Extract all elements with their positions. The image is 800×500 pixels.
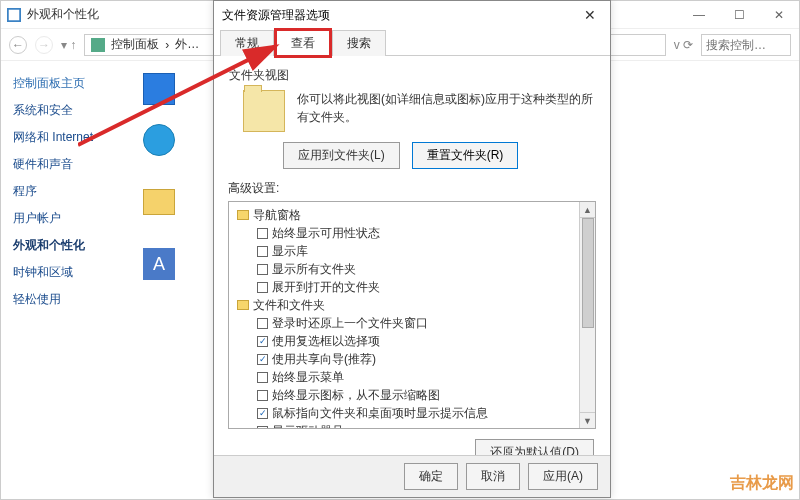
checkbox[interactable] — [257, 390, 268, 401]
sidebar-item[interactable]: 系统和安全 — [13, 102, 119, 119]
up-button[interactable]: ▾ ↑ — [61, 38, 76, 52]
tree-item-label: 始终显示菜单 — [272, 369, 344, 386]
tree-item-label: 显示驱动器号 — [272, 423, 344, 429]
category-icon-folder — [143, 189, 175, 215]
scrollbar[interactable]: ▲ ▼ — [579, 202, 595, 428]
sidebar-item[interactable]: 外观和个性化 — [13, 237, 119, 254]
ok-button[interactable]: 确定 — [404, 463, 458, 490]
checkbox[interactable]: ✓ — [257, 354, 268, 365]
checkbox[interactable] — [257, 264, 268, 275]
dialog-content: 文件夹视图 你可以将此视图(如详细信息或图标)应用于这种类型的所有文件夹。 应用… — [214, 56, 610, 466]
tree-checkbox-item[interactable]: 登录时还原上一个文件夹窗口 — [231, 314, 577, 332]
cancel-button[interactable]: 取消 — [466, 463, 520, 490]
apply-button[interactable]: 应用(A) — [528, 463, 598, 490]
folder-icon — [237, 210, 249, 220]
forward-button[interactable]: → — [35, 36, 53, 54]
svg-rect-2 — [91, 38, 105, 52]
checkbox[interactable] — [257, 282, 268, 293]
advanced-settings-box: 导航窗格始终显示可用性状态显示库显示所有文件夹展开到打开的文件夹文件和文件夹登录… — [228, 201, 596, 429]
tree-item-label: 登录时还原上一个文件夹窗口 — [272, 315, 428, 332]
reset-folders-button[interactable]: 重置文件夹(R) — [412, 142, 519, 169]
dialog-title: 文件资源管理器选项 — [222, 7, 578, 24]
checkbox[interactable]: ✓ — [257, 426, 268, 429]
dialog-titlebar: 文件资源管理器选项 ✕ — [214, 1, 610, 29]
window-icon — [7, 8, 21, 22]
close-button[interactable]: ✕ — [765, 8, 793, 22]
folder-views-group: 文件夹视图 你可以将此视图(如详细信息或图标)应用于这种类型的所有文件夹。 应用… — [228, 66, 596, 170]
maximize-button[interactable]: ☐ — [725, 8, 753, 22]
apply-to-folders-button[interactable]: 应用到文件夹(L) — [283, 142, 400, 169]
sidebar-item[interactable]: 网络和 Internet — [13, 129, 119, 146]
window-buttons: — ☐ ✕ — [685, 8, 793, 22]
tree-item-label: 鼠标指向文件夹和桌面项时显示提示信息 — [272, 405, 488, 422]
advanced-settings-label: 高级设置: — [228, 180, 596, 197]
tree-checkbox-item[interactable]: 始终显示图标，从不显示缩略图 — [231, 386, 577, 404]
sidebar-item[interactable]: 程序 — [13, 183, 119, 200]
checkbox[interactable]: ✓ — [257, 336, 268, 347]
minimize-button[interactable]: — — [685, 8, 713, 22]
sidebar-heading: 控制面板主页 — [13, 75, 119, 92]
tree-item-label: 显示库 — [272, 243, 308, 260]
advanced-settings-tree[interactable]: 导航窗格始终显示可用性状态显示库显示所有文件夹展开到打开的文件夹文件和文件夹登录… — [229, 202, 579, 428]
folder-options-dialog: 文件资源管理器选项 ✕ 常规 查看 搜索 文件夹视图 你可以将此视图(如详细信息… — [213, 0, 611, 498]
tree-checkbox-item[interactable]: ✓显示驱动器号 — [231, 422, 577, 428]
tree-item-label: 始终显示可用性状态 — [272, 225, 380, 242]
tree-item-label: 始终显示图标，从不显示缩略图 — [272, 387, 440, 404]
folder-views-desc: 你可以将此视图(如详细信息或图标)应用于这种类型的所有文件夹。 — [297, 90, 595, 126]
back-button[interactable]: ← — [9, 36, 27, 54]
tab-search[interactable]: 搜索 — [332, 30, 386, 56]
sidebar: 控制面板主页 系统和安全网络和 Internet硬件和声音程序用户帐户外观和个性… — [1, 61, 131, 499]
checkbox[interactable]: ✓ — [257, 408, 268, 419]
tabstrip: 常规 查看 搜索 — [214, 29, 610, 56]
checkbox[interactable] — [257, 318, 268, 329]
folder-icon — [237, 300, 249, 310]
category-icon-fonts: A — [143, 248, 175, 280]
breadcrumb-root: 控制面板 — [111, 36, 159, 53]
tree-checkbox-item[interactable]: 始终显示可用性状态 — [231, 224, 577, 242]
dialog-footer: 确定 取消 应用(A) — [214, 455, 610, 497]
tree-checkbox-item[interactable]: 始终显示菜单 — [231, 368, 577, 386]
sidebar-item[interactable]: 用户帐户 — [13, 210, 119, 227]
checkbox[interactable] — [257, 228, 268, 239]
tree-checkbox-item[interactable]: ✓使用共享向导(推荐) — [231, 350, 577, 368]
svg-rect-1 — [9, 9, 20, 20]
tree-folder[interactable]: 导航窗格 — [231, 206, 577, 224]
control-panel-icon — [91, 38, 105, 52]
sidebar-item[interactable]: 硬件和声音 — [13, 156, 119, 173]
tree-item-label: 使用复选框以选择项 — [272, 333, 380, 350]
scroll-up-button[interactable]: ▲ — [580, 202, 595, 218]
tree-folder[interactable]: 文件和文件夹 — [231, 296, 577, 314]
sidebar-item[interactable]: 时钟和区域 — [13, 264, 119, 281]
sidebar-item[interactable]: 轻松使用 — [13, 291, 119, 308]
search-input[interactable] — [701, 34, 791, 56]
tree-item-label: 文件和文件夹 — [253, 297, 325, 314]
category-icon-ease — [143, 124, 175, 156]
tree-checkbox-item[interactable]: 显示所有文件夹 — [231, 260, 577, 278]
tree-checkbox-item[interactable]: 展开到打开的文件夹 — [231, 278, 577, 296]
tree-checkbox-item[interactable]: ✓使用复选框以选择项 — [231, 332, 577, 350]
tree-checkbox-item[interactable]: 显示库 — [231, 242, 577, 260]
watermark: 吉林龙网 — [730, 473, 794, 494]
tree-checkbox-item[interactable]: ✓鼠标指向文件夹和桌面项时显示提示信息 — [231, 404, 577, 422]
checkbox[interactable] — [257, 246, 268, 257]
folder-views-label: 文件夹视图 — [229, 67, 595, 84]
scroll-down-button[interactable]: ▼ — [580, 412, 595, 428]
tree-item-label: 展开到打开的文件夹 — [272, 279, 380, 296]
breadcrumb-current: 外… — [175, 36, 199, 53]
tab-general[interactable]: 常规 — [220, 30, 274, 56]
tree-item-label: 使用共享向导(推荐) — [272, 351, 376, 368]
dialog-close-button[interactable]: ✕ — [578, 7, 602, 23]
scroll-thumb[interactable] — [582, 218, 594, 328]
folder-icon — [243, 90, 285, 132]
checkbox[interactable] — [257, 372, 268, 383]
tab-view[interactable]: 查看 — [276, 30, 330, 56]
category-icon-display — [143, 73, 175, 105]
tree-item-label: 显示所有文件夹 — [272, 261, 356, 278]
tree-item-label: 导航窗格 — [253, 207, 301, 224]
refresh-button[interactable]: v ⟳ — [674, 38, 693, 52]
